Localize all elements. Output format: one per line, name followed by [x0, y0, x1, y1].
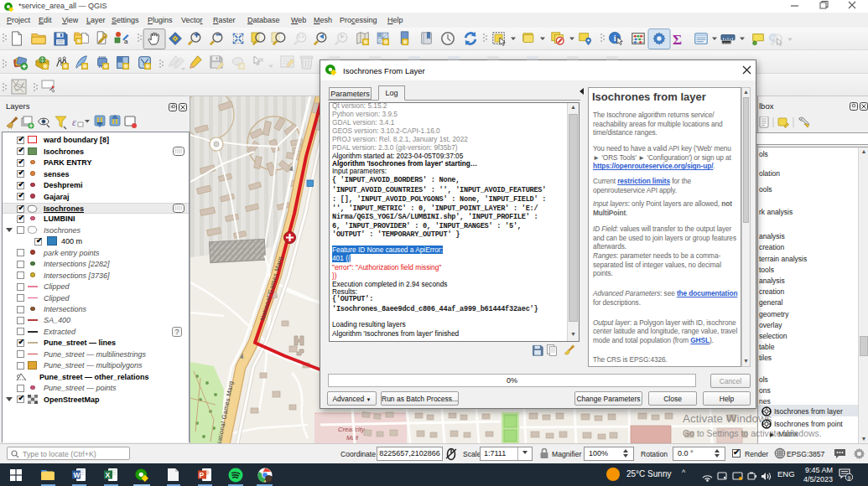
svg-text:9: 9 — [848, 475, 851, 481]
svg-text:Σ: Σ — [673, 32, 682, 48]
svg-text:X: X — [106, 471, 111, 479]
svg-text:?: ? — [175, 328, 179, 336]
svg-text:1:1: 1:1 — [298, 34, 304, 39]
svg-text:Mall: Mall — [346, 434, 358, 442]
svg-text:ε: ε — [72, 116, 76, 128]
svg-text:a: a — [124, 38, 128, 45]
svg-text:Creaticity: Creaticity — [338, 426, 366, 433]
svg-text:P: P — [200, 471, 205, 479]
svg-text:W: W — [74, 471, 81, 479]
